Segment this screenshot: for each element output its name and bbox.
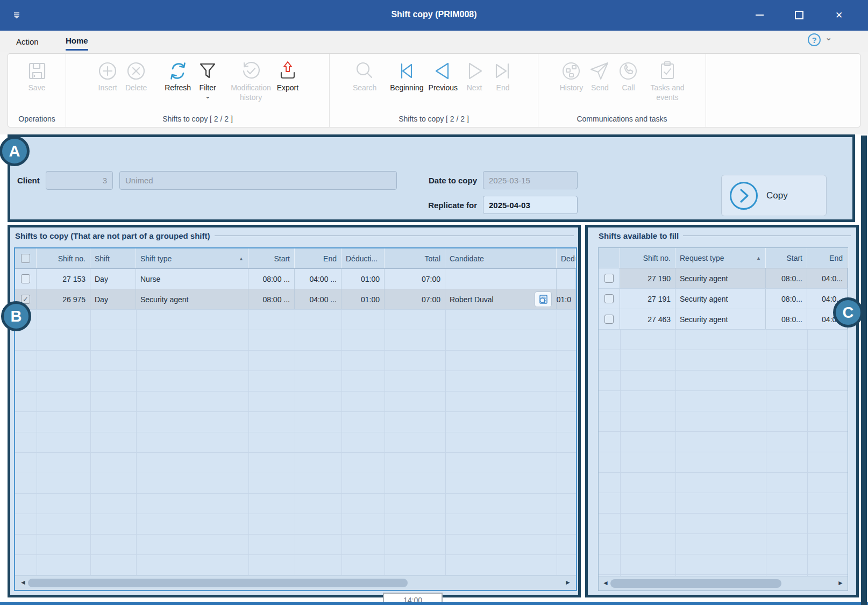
column-header-shift-no[interactable]: Shift no. [620, 248, 675, 268]
delete-button[interactable]: Delete [124, 59, 148, 93]
group-caption-shifts-edit: Shifts to copy [ 2 / 2 ] [66, 115, 329, 123]
copy-arrow-circle [730, 182, 758, 210]
modification-history-label-2: history [240, 93, 262, 102]
cell-start: 08:0... [766, 309, 807, 329]
export-button[interactable]: Export [276, 59, 300, 93]
chevron-right-icon [733, 185, 755, 207]
export-label: Export [277, 83, 298, 93]
save-button[interactable]: Save [25, 59, 49, 93]
refresh-button[interactable]: Refresh [165, 59, 191, 93]
ribbon-group-operations: Save Operations [8, 54, 66, 127]
export-icon [276, 59, 300, 83]
history-button[interactable]: History [559, 59, 583, 93]
ribbon-collapse-chevron-icon[interactable]: ⌄ [825, 32, 832, 42]
column-header-end[interactable]: End [295, 248, 341, 268]
empty-grid-area [15, 310, 576, 575]
end-label: End [496, 83, 510, 93]
column-header-shift[interactable]: Shift [90, 248, 136, 268]
send-button[interactable]: Send [588, 59, 611, 93]
maximize-icon [795, 11, 803, 19]
column-header-start[interactable]: Start [248, 248, 295, 268]
row-checkbox[interactable] [21, 274, 30, 283]
insert-label: Insert [98, 83, 117, 93]
filter-button[interactable]: Filter ⌄ [196, 59, 219, 98]
help-icon: ? [812, 35, 816, 45]
minimize-button[interactable] [751, 7, 768, 23]
table-row-selected[interactable]: 26 975 Day Security agent 08:00 ... 04:0… [15, 289, 576, 310]
cell-request-type: Security agent [675, 268, 766, 288]
cell-candidate: Robert Duval [445, 289, 557, 309]
tasks-and-events-button[interactable]: Tasks and events [650, 59, 684, 102]
end-button[interactable]: End [491, 59, 515, 93]
previous-button[interactable]: Previous [429, 59, 458, 93]
column-header-deduction[interactable]: Déducti... [341, 248, 385, 268]
scroll-left-icon[interactable]: ◄ [20, 578, 26, 587]
tasks-label-2: events [656, 93, 678, 102]
copy-button-label: Copy [766, 190, 788, 201]
next-button[interactable]: Next [463, 59, 486, 93]
column-header-shift-no[interactable]: Shift no. [37, 248, 90, 268]
candidate-lookup-button[interactable] [535, 291, 552, 307]
column-header-candidate[interactable]: Candidate [445, 248, 557, 268]
shifts-to-copy-panel: Shifts to copy (That are not part of a g… [8, 225, 581, 597]
menu-action[interactable]: Action [16, 37, 39, 46]
column-header-start[interactable]: Start [766, 248, 807, 268]
cell-shift-type: Security agent [136, 289, 248, 309]
beginning-label: Beginning [390, 83, 423, 93]
menu-home[interactable]: Home [66, 36, 88, 51]
call-button[interactable]: Call [616, 59, 640, 93]
column-header-shift-type[interactable]: Shift type▲ [136, 248, 248, 268]
insert-button[interactable]: Insert [96, 59, 119, 93]
scroll-left-icon[interactable]: ◄ [602, 579, 609, 588]
annotation-badge-a: A [0, 136, 30, 166]
copy-form-panel: Client 3 Unimed Date to copy 2025-03-15 … [8, 134, 855, 222]
previous-icon [431, 59, 455, 83]
row-checkbox[interactable] [604, 274, 614, 283]
horizontal-scrollbar[interactable]: ◄ ► [15, 575, 576, 590]
modification-history-button[interactable]: Modification history [231, 59, 271, 102]
column-header-request-type[interactable]: Request type▲ [675, 248, 766, 268]
tasks-and-events-icon [656, 59, 679, 83]
sort-asc-icon: ▲ [236, 256, 244, 261]
table-row[interactable]: 27 153 Day Nurse 08:00 ... 04:00 ... 01:… [15, 269, 576, 289]
copy-button[interactable]: Copy [721, 175, 827, 216]
column-header-deduction2[interactable]: Deduc [557, 248, 576, 268]
scroll-right-icon[interactable]: ► [565, 578, 571, 587]
cell-deduction: 01:00 [341, 289, 385, 309]
refresh-icon [166, 59, 190, 83]
close-button[interactable]: ✕ [830, 7, 848, 23]
help-button[interactable]: ? [808, 33, 821, 46]
shifts-available-table: Shift no. Request type▲ Start End 27 190… [598, 247, 848, 591]
select-all-header[interactable] [15, 248, 37, 268]
cell-deduction: 01:00 [341, 269, 385, 289]
scrollbar-thumb[interactable] [28, 579, 408, 587]
ribbon-group-shifts-nav: Search Beginning Previous [330, 54, 538, 127]
save-icon [25, 59, 49, 83]
row-checkbox[interactable] [604, 315, 614, 324]
scrollbar-thumb[interactable] [610, 579, 781, 588]
history-label: History [560, 83, 584, 93]
send-label: Send [591, 83, 609, 93]
beginning-button[interactable]: Beginning [390, 59, 423, 93]
scroll-right-icon[interactable]: ► [837, 579, 844, 588]
right-edge-strip [861, 136, 867, 605]
table-row[interactable]: 27 190 Security agent 08:0... 04:0... [599, 268, 848, 289]
call-label: Call [622, 83, 635, 93]
checkbox[interactable] [21, 254, 30, 263]
row-checkbox[interactable] [604, 294, 614, 303]
replicate-for-field[interactable]: 2025-04-03 [483, 196, 578, 214]
table-row[interactable]: 27 463 Security agent 08:0... 04:0... [599, 309, 848, 330]
table-row[interactable]: 27 191 Security agent 08:0... 04:0... [599, 289, 848, 309]
column-header-total[interactable]: Total [385, 248, 445, 268]
maximize-button[interactable] [791, 7, 808, 23]
search-button[interactable]: Search [353, 59, 376, 93]
column-header-end[interactable]: End [807, 248, 848, 268]
horizontal-scrollbar[interactable]: ◄ ► [599, 576, 848, 590]
client-name-field[interactable]: Unimed [119, 171, 397, 190]
table-header-row: Shift no. Shift Shift type▲ Start End Dé… [15, 248, 576, 269]
modification-history-icon [239, 59, 263, 83]
client-code-field[interactable]: 3 [46, 171, 113, 190]
bottom-window-edge [0, 602, 868, 605]
date-to-copy-field[interactable]: 2025-03-15 [483, 171, 578, 189]
select-all-header[interactable] [599, 248, 620, 268]
